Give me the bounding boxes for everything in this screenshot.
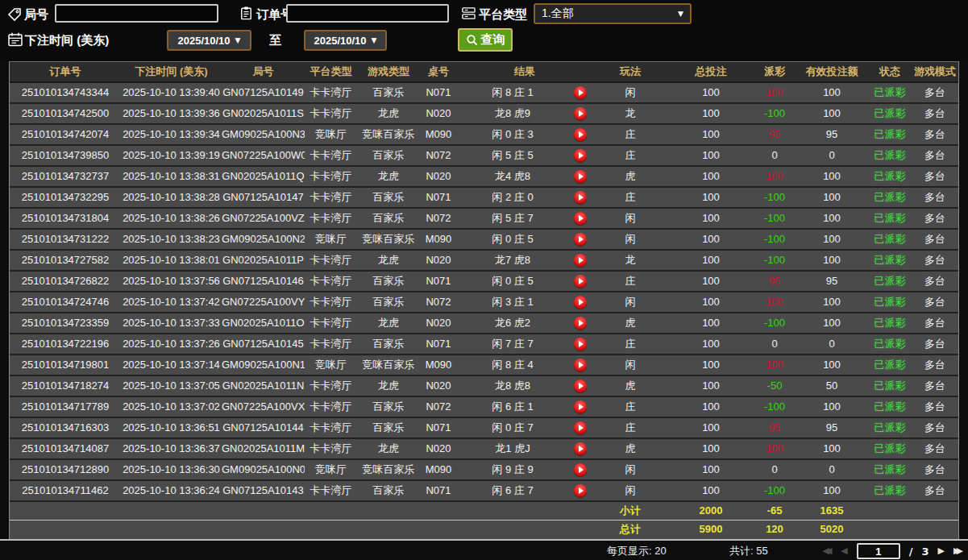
table-row[interactable]: 251010134731804 2025-10-10 13:38:26 GN07… [10,209,958,230]
cell-platform-type: 卡卡湾厅 [305,397,357,417]
cell-bet-time: 2025-10-10 13:38:23 [121,230,222,249]
total-label: 总计 [592,521,668,539]
table-row[interactable]: 251010134742074 2025-10-10 13:39:34 GM09… [10,125,958,146]
cell-game-no: GN02025A1011S [222,104,305,123]
table-row[interactable]: 251010134731222 2025-10-10 13:38:23 GM09… [10,230,958,251]
table-row[interactable]: 251010134726822 2025-10-10 13:37:56 GN07… [10,272,958,292]
table-row[interactable]: 251010134718274 2025-10-10 13:37:05 GN02… [10,376,958,397]
cell-play-type: 龙 [592,104,668,123]
cell-payout: 100 [754,83,796,102]
cell-result: 闲 3 庄 1 [457,292,568,312]
play-video-icon[interactable] [574,421,587,434]
table-row[interactable]: 251010134714087 2025-10-10 13:36:37 GN02… [10,439,958,460]
play-video-icon[interactable] [574,380,587,392]
play-video-icon[interactable] [574,359,587,371]
cell-order-no: 251010134726822 [10,272,121,291]
cell-bet-time: 2025-10-10 13:38:28 [121,188,222,207]
play-video-icon[interactable] [574,317,587,330]
query-button[interactable]: 查询 [458,28,513,52]
cell-bet-time: 2025-10-10 13:39:19 [121,146,222,165]
header-table-no: 桌号 [420,62,457,81]
cell-replay [568,146,592,165]
cell-result: 闲 8 庄 1 [457,83,568,102]
cell-replay [568,188,592,207]
date-from-picker[interactable]: 2025/10/10 ▼ [167,30,251,51]
subtotal-label: 小计 [592,502,668,520]
cell-valid-bet: 100 [796,439,868,458]
play-video-icon[interactable] [574,233,587,246]
game-no-input[interactable] [55,4,218,23]
cell-play-type: 虎 [592,313,668,333]
table-row[interactable]: 251010134724746 2025-10-10 13:37:42 GN07… [10,292,958,313]
table-row[interactable]: 251010134743344 2025-10-10 13:39:40 GN07… [10,83,958,104]
table-row[interactable]: 251010134742500 2025-10-10 13:39:36 GN02… [10,104,958,125]
cell-play-type: 庄 [592,397,668,417]
cell-status: 已派彩 [868,125,912,144]
cell-game-type: 竞咪百家乐 [357,125,420,144]
cell-game-type: 百家乐 [357,83,420,102]
table-row[interactable]: 251010134711462 2025-10-10 13:36:24 GN07… [10,481,958,502]
play-video-icon[interactable] [574,254,587,267]
cell-platform-type: 卡卡湾厅 [305,251,357,270]
table-row[interactable]: 251010134732295 2025-10-10 13:38:28 GN07… [10,188,958,209]
cell-platform-type: 卡卡湾厅 [305,104,357,123]
cell-game-type: 百家乐 [357,334,420,354]
table-row[interactable]: 251010134723359 2025-10-10 13:37:33 GN02… [10,313,958,334]
table-row[interactable]: 251010134727582 2025-10-10 13:38:01 GN02… [10,251,958,272]
cell-payout: -100 [754,397,796,417]
cell-total-bet: 100 [668,146,754,165]
cell-game-no: GN07225A100VY [222,292,305,312]
table-row[interactable]: 251010134722196 2025-10-10 13:37:26 GN07… [10,334,958,355]
table-row[interactable]: 251010134739850 2025-10-10 13:39:19 GN07… [10,146,958,167]
cell-total-bet: 100 [668,481,754,500]
platform-type-select[interactable]: 1.全部 ▼ [534,3,692,24]
cell-platform-type: 卡卡湾厅 [305,313,357,333]
play-video-icon[interactable] [574,484,587,497]
cell-total-bet: 100 [668,376,754,396]
play-video-icon[interactable] [574,442,587,455]
table-row[interactable]: 251010134712890 2025-10-10 13:36:30 GM09… [10,460,958,481]
play-video-icon[interactable] [574,275,587,288]
page-input[interactable] [857,543,900,559]
cell-result: 闲 0 庄 7 [457,418,568,438]
cell-replay [568,376,592,396]
order-no-input[interactable] [286,4,449,23]
play-video-icon[interactable] [574,400,587,413]
cell-game-mode: 多台 [912,334,958,354]
cell-table-no: N071 [420,272,457,291]
cell-game-no: GM09025A100N2 [222,230,305,249]
table-row[interactable]: 251010134719801 2025-10-10 13:37:14 GM09… [10,355,958,376]
cell-game-mode: 多台 [912,418,958,438]
play-video-icon[interactable] [574,149,587,162]
play-video-icon[interactable] [574,86,587,99]
header-game-no: 局号 [222,62,305,81]
date-to-picker[interactable]: 2025/10/10 ▼ [304,30,387,51]
play-video-icon[interactable] [574,191,587,204]
table-row[interactable]: 251010134716303 2025-10-10 13:36:51 GN07… [10,418,958,439]
play-video-icon[interactable] [574,212,587,225]
prev-page-icon[interactable]: ◀ [841,542,847,560]
cell-game-no: GN07225A100W0 [222,146,305,165]
play-video-icon[interactable] [574,296,587,309]
first-page-icon[interactable]: ◀◀ [822,542,832,560]
cell-payout: -100 [754,209,796,228]
cell-play-type: 闲 [592,83,668,102]
table-row[interactable]: 251010134717789 2025-10-10 13:37:02 GN07… [10,397,958,418]
cell-replay [568,292,592,312]
play-video-icon[interactable] [574,107,587,120]
play-video-icon[interactable] [574,170,587,183]
cell-valid-bet: 100 [796,167,868,186]
table-row[interactable]: 251010134732737 2025-10-10 13:38:31 GN02… [10,167,958,188]
cell-order-no: 251010134723359 [10,313,121,333]
header-bet-time: 下注时间 (美东) [121,62,222,81]
last-page-icon[interactable]: ▶▶ [953,542,963,560]
play-video-icon[interactable] [574,128,587,141]
cell-play-type: 庄 [592,418,668,438]
next-page-icon[interactable]: ▶ [938,542,945,560]
cell-status: 已派彩 [868,167,912,186]
play-video-icon[interactable] [574,463,587,476]
cell-game-type: 龙虎 [357,439,420,458]
cell-game-no: GN07225A100VZ [222,209,305,228]
cell-payout: 95 [754,125,796,144]
play-video-icon[interactable] [574,338,587,351]
